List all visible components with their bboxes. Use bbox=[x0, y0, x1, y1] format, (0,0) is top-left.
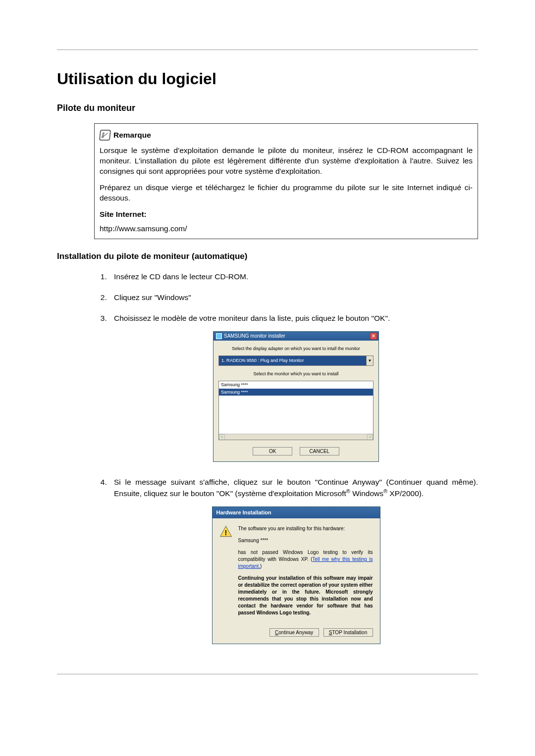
list-item[interactable]: Samsung **** bbox=[219, 381, 373, 389]
dialog-titlebar: SAMSUNG monitor installer × bbox=[214, 332, 378, 341]
horizontal-scrollbar[interactable]: < > bbox=[219, 434, 373, 440]
note-paragraph-1: Lorsque le système d'exploitation demand… bbox=[100, 146, 473, 177]
dialog-title: SAMSUNG monitor installer bbox=[224, 333, 285, 340]
step-2: Cliquez sur "Windows" bbox=[109, 292, 478, 303]
hw-line2: Samsung **** bbox=[238, 537, 373, 544]
step-4: Si le message suivant s'affiche, cliquez… bbox=[109, 477, 478, 644]
app-icon bbox=[216, 333, 222, 339]
ok-button[interactable]: OK bbox=[253, 447, 292, 455]
adapter-selected: 1. RADEON 9550 : Plug and Play Monitor bbox=[218, 355, 367, 366]
note-icon bbox=[99, 130, 111, 141]
scroll-right-icon[interactable]: > bbox=[367, 434, 373, 440]
scroll-left-icon[interactable]: < bbox=[219, 434, 225, 440]
hardware-installation-dialog: Hardware Installation ! The software you… bbox=[212, 506, 380, 644]
close-icon[interactable]: × bbox=[370, 333, 377, 340]
adapter-label: Select the display adapter on which you … bbox=[218, 346, 374, 352]
monitor-listbox[interactable]: Samsung **** Samsung **** < > bbox=[218, 381, 374, 440]
svg-text:!: ! bbox=[224, 529, 227, 537]
note-site-label: Site Internet: bbox=[100, 210, 147, 218]
step-1: Insérez le CD dans le lecteur CD-ROM. bbox=[109, 271, 478, 282]
hw-line3: has not passed Windows Logo testing to v… bbox=[238, 549, 373, 570]
dialog-titlebar: Hardware Installation bbox=[213, 507, 380, 518]
note-paragraph-2: Préparez un disque vierge et téléchargez… bbox=[100, 183, 473, 203]
page-title: Utilisation du logiciel bbox=[57, 70, 478, 88]
hw-line1: The software you are installing for this… bbox=[238, 525, 373, 532]
list-item[interactable]: Samsung **** bbox=[219, 389, 373, 396]
cancel-button[interactable]: CANCEL bbox=[300, 447, 339, 455]
note-box: Remarque Lorsque le système d'exploitati… bbox=[94, 123, 478, 239]
stop-installation-button[interactable]: STOP Installation bbox=[323, 628, 373, 637]
chevron-down-icon[interactable]: ▼ bbox=[367, 355, 374, 366]
warning-icon: ! bbox=[219, 525, 232, 538]
hw-bold-warning: Continuing your installation of this sof… bbox=[238, 575, 373, 616]
note-site-url: http://www.samsung.com/ bbox=[100, 224, 473, 234]
note-label: Remarque bbox=[113, 130, 151, 141]
section-driver-heading: Pilote du moniteur bbox=[57, 103, 478, 113]
adapter-dropdown[interactable]: 1. RADEON 9550 : Plug and Play Monitor ▼ bbox=[218, 355, 374, 366]
monitor-label: Select the monitor which you want to ins… bbox=[218, 371, 374, 377]
section-install-heading: Installation du pilote de moniteur (auto… bbox=[57, 252, 478, 261]
samsung-installer-dialog: SAMSUNG monitor installer × Select the d… bbox=[213, 331, 379, 462]
step-3: Choisissez le modèle de votre moniteur d… bbox=[109, 313, 478, 462]
continue-anyway-button[interactable]: Continue Anyway bbox=[269, 628, 319, 637]
